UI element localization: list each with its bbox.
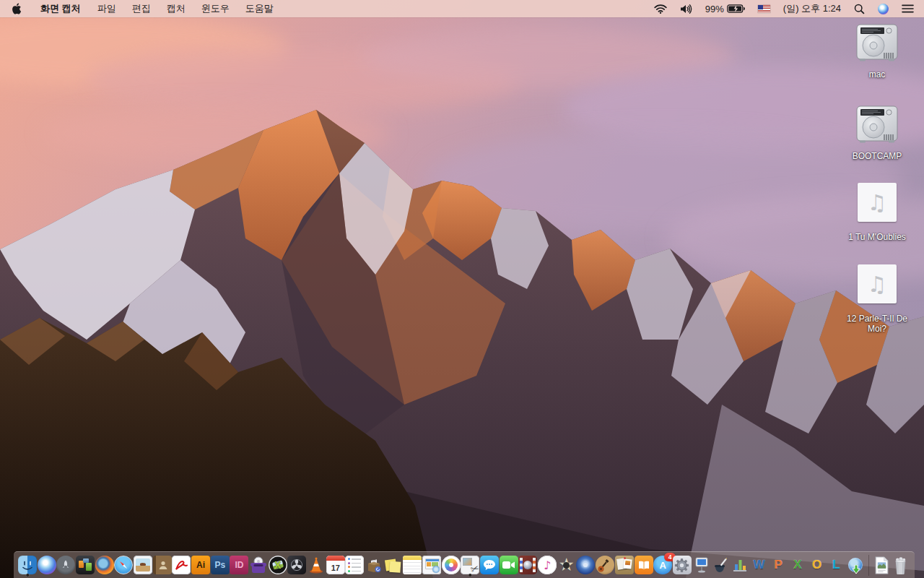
notification-center-menu-extra[interactable] xyxy=(895,0,924,17)
dock-preview-icon[interactable] xyxy=(134,554,152,577)
dock-acrobat-reader-icon[interactable] xyxy=(172,554,191,577)
desktop-icon-label: 1 Tu M'Oublies xyxy=(848,232,906,242)
messages-icon xyxy=(480,556,499,574)
dock-separator xyxy=(868,555,869,576)
clock-menu-extra[interactable]: (일) 오후 1:24 xyxy=(777,0,847,17)
ibooks-icon xyxy=(635,556,653,574)
desktop-icon-audio-file-2[interactable]: ♫ 12 Parle-T-Il De Moi? xyxy=(837,264,918,334)
screen-capture-icon: ✂ xyxy=(461,556,479,574)
idvd-icon xyxy=(576,556,595,574)
dock-garageband-icon[interactable] xyxy=(596,554,614,577)
active-app-menu[interactable]: 화면 캡처 xyxy=(32,0,90,17)
dock-pages-icon[interactable] xyxy=(711,554,730,577)
wifi-icon xyxy=(654,4,667,14)
dock-vlc-icon[interactable] xyxy=(307,554,326,577)
dock-image-document-icon[interactable] xyxy=(872,554,891,577)
vlc-icon xyxy=(307,556,326,574)
dock-word-icon[interactable]: W xyxy=(750,554,769,577)
dock-notes-icon[interactable] xyxy=(403,554,422,577)
dock-lync-icon[interactable]: L xyxy=(827,554,845,577)
dock-photo-booth-icon[interactable] xyxy=(518,554,537,577)
dock-illustrator-icon[interactable]: Ai xyxy=(191,554,210,577)
calendar-icon: 17 xyxy=(326,556,345,574)
notification-center-icon xyxy=(902,4,914,13)
desktop-icon-bootcamp-drive[interactable]: BOOTCAMP xyxy=(837,105,918,161)
dock-disk-fan-utility-icon[interactable] xyxy=(287,554,306,577)
menu-bar-left: 화면 캡처 파일 편집 캡처 윈도우 도움말 xyxy=(0,0,282,17)
dock-siri-icon[interactable] xyxy=(38,554,56,577)
dock-mail-crate-icon[interactable] xyxy=(365,554,383,577)
apple-menu[interactable] xyxy=(0,0,32,17)
battery-menu-extra[interactable]: 99% xyxy=(699,0,751,17)
dock-app-store-icon[interactable]: A4 xyxy=(653,554,672,577)
us-flag-icon xyxy=(758,5,770,13)
pages-icon xyxy=(711,556,730,574)
dock-outlook-icon[interactable]: O xyxy=(808,554,827,577)
dock-toast-burner-icon[interactable] xyxy=(249,554,268,577)
numbers-icon xyxy=(731,556,749,574)
toast-burner-icon xyxy=(249,556,268,574)
dock-imovie-icon[interactable]: ★ xyxy=(557,554,576,577)
garageband-icon xyxy=(596,556,614,574)
dock-photoshop-icon[interactable]: Ps xyxy=(211,554,230,577)
desktop-icon-audio-file-1[interactable]: ♫ 1 Tu M'Oublies xyxy=(837,183,918,242)
dock-stickies-icon[interactable] xyxy=(384,554,403,577)
dock-idvd-icon[interactable] xyxy=(576,554,595,577)
menu-edit[interactable]: 편집 xyxy=(124,0,159,17)
running-indicator xyxy=(469,574,472,577)
dock-ibooks-icon[interactable] xyxy=(635,554,653,577)
audio-file-icon: ♫ xyxy=(858,264,897,303)
dock-numbers-icon[interactable] xyxy=(731,554,749,577)
dock-messages-icon[interactable] xyxy=(480,554,499,577)
mission-control-icon xyxy=(76,556,95,574)
menu-capture[interactable]: 캡처 xyxy=(159,0,193,17)
siri-icon xyxy=(38,556,56,574)
siri-icon xyxy=(878,4,889,14)
siri-menu-extra[interactable] xyxy=(871,0,895,17)
photos-icon xyxy=(442,556,461,574)
contacts-book-icon xyxy=(153,556,172,574)
battery-charging-icon xyxy=(727,4,745,13)
dock-divx-icon[interactable]: X xyxy=(269,554,287,577)
desktop-icon-mac-drive[interactable]: mac xyxy=(837,23,918,79)
menu-window[interactable]: 윈도우 xyxy=(193,0,237,17)
spotlight-menu-extra[interactable] xyxy=(847,0,871,17)
dock-screen-capture-icon[interactable]: ✂ xyxy=(461,554,479,577)
acrobat-reader-icon xyxy=(172,556,191,574)
menu-file[interactable]: 파일 xyxy=(90,0,124,17)
dock-itunes-icon[interactable]: ♪ xyxy=(538,554,557,577)
dock-indesign-icon[interactable]: ID xyxy=(230,554,248,577)
dock-firefox-icon[interactable] xyxy=(95,554,114,577)
dock-launchpad-icon[interactable] xyxy=(56,554,75,577)
indesign-icon: ID xyxy=(230,556,248,574)
audio-file-icon: ♫ xyxy=(858,183,897,222)
dock-system-preferences-icon[interactable] xyxy=(673,554,692,577)
dock-iweb-icon[interactable] xyxy=(422,554,441,577)
dock-safari-icon[interactable] xyxy=(114,554,133,577)
preview-icon xyxy=(134,556,152,574)
input-source-menu-extra[interactable] xyxy=(751,0,777,17)
wallpaper-sierra-mountain[interactable] xyxy=(0,0,924,578)
dock-facetime-icon[interactable] xyxy=(500,554,518,577)
dock-reminders-icon[interactable] xyxy=(345,554,364,577)
volume-menu-extra[interactable] xyxy=(674,0,699,17)
system-preferences-icon xyxy=(673,556,692,574)
dock-calendar-icon[interactable]: 17 xyxy=(326,554,345,577)
firefox-icon xyxy=(95,556,114,574)
dock-mission-control-icon[interactable] xyxy=(76,554,95,577)
dock-downloads-globe-icon[interactable] xyxy=(846,554,865,577)
safari-icon xyxy=(114,556,133,574)
illustrator-icon: Ai xyxy=(191,556,210,574)
dock-trash-full-icon[interactable] xyxy=(892,554,910,577)
dock-keynote-icon[interactable] xyxy=(692,554,711,577)
dock-scrapbook-collage-icon[interactable] xyxy=(615,554,634,577)
divx-icon: X xyxy=(269,556,287,574)
dock-powerpoint-icon[interactable]: P xyxy=(769,554,788,577)
wifi-menu-extra[interactable] xyxy=(648,0,674,17)
dock-finder-icon[interactable] xyxy=(18,554,37,577)
dock-excel-icon[interactable]: X xyxy=(788,554,807,577)
menu-help[interactable]: 도움말 xyxy=(237,0,282,17)
dock-contacts-book-icon[interactable] xyxy=(153,554,172,577)
launchpad-icon xyxy=(56,556,75,574)
dock-photos-icon[interactable] xyxy=(442,554,461,577)
